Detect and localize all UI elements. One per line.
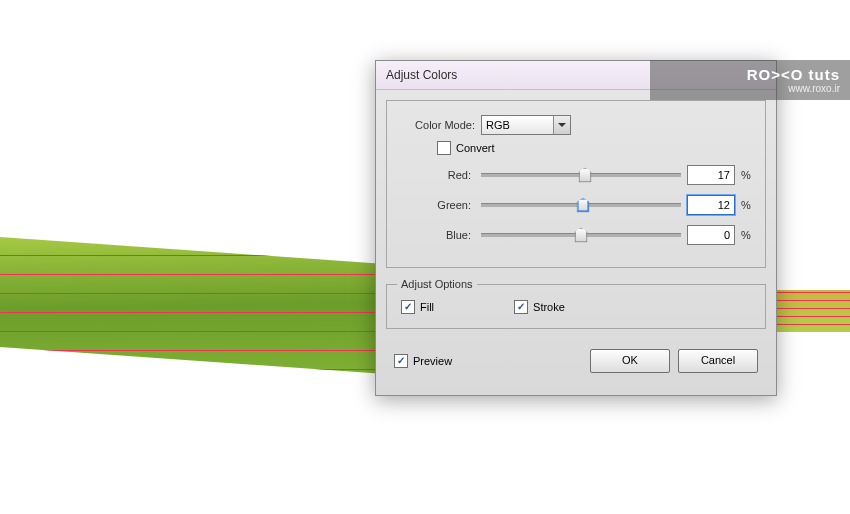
blue-label: Blue: [397, 229, 475, 241]
cancel-button[interactable]: Cancel [678, 349, 758, 373]
red-pct: % [741, 169, 755, 181]
adjust-colors-dialog: Adjust Colors Color Mode: RGB Convert Re… [375, 60, 777, 396]
red-slider[interactable] [481, 168, 681, 182]
preview-checkbox[interactable] [394, 354, 408, 368]
stroke-label: Stroke [533, 301, 565, 313]
red-slider-thumb[interactable] [579, 168, 592, 183]
green-slider-thumb[interactable] [577, 198, 590, 213]
color-mode-label: Color Mode: [397, 119, 481, 131]
artwork-stroke-left [0, 237, 378, 373]
color-mode-group: Color Mode: RGB Convert Red: 17 % [386, 100, 766, 268]
adjust-options-group: Adjust Options Fill Stroke [386, 278, 766, 329]
fill-label: Fill [420, 301, 434, 313]
chevron-down-icon [553, 116, 570, 134]
watermark-brand: RO><O tuts [660, 66, 840, 83]
green-slider[interactable] [481, 198, 681, 212]
blue-pct: % [741, 229, 755, 241]
color-mode-select[interactable]: RGB [481, 115, 571, 135]
dialog-footer: Preview OK Cancel [386, 339, 766, 385]
fill-checkbox[interactable] [401, 300, 415, 314]
green-input[interactable]: 12 [687, 195, 735, 215]
convert-checkbox[interactable] [437, 141, 451, 155]
watermark-url: www.roxo.ir [660, 83, 840, 94]
green-pct: % [741, 199, 755, 211]
preview-label: Preview [413, 355, 452, 367]
adjust-options-legend: Adjust Options [397, 278, 477, 290]
ok-button[interactable]: OK [590, 349, 670, 373]
blue-slider[interactable] [481, 228, 681, 242]
convert-label: Convert [456, 142, 495, 154]
watermark: RO><O tuts www.roxo.ir [650, 60, 850, 100]
green-label: Green: [397, 199, 475, 211]
color-mode-value: RGB [486, 119, 510, 131]
red-label: Red: [397, 169, 475, 181]
blue-slider-thumb[interactable] [575, 228, 588, 243]
artwork-stroke-right [774, 290, 850, 332]
red-input[interactable]: 17 [687, 165, 735, 185]
dialog-title-text: Adjust Colors [386, 68, 457, 82]
blue-input[interactable]: 0 [687, 225, 735, 245]
stroke-checkbox[interactable] [514, 300, 528, 314]
